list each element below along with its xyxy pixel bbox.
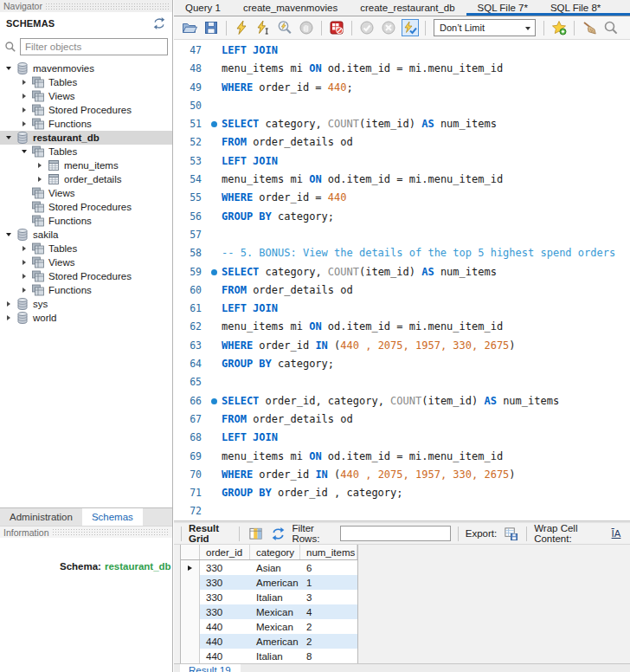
editor-tab-create-mavenmovies[interactable]: create_mavenmovies: [232, 0, 349, 16]
cell-category[interactable]: Italian: [250, 590, 300, 604]
cell-num-items[interactable]: 8: [300, 649, 357, 663]
code-line[interactable]: 60FROM order_details od: [174, 281, 630, 300]
code-line[interactable]: 61LEFT JOIN: [174, 300, 630, 318]
tree-item-functions[interactable]: Functions: [0, 117, 172, 131]
tree-item-stored-procedures[interactable]: Stored Procedures: [0, 103, 172, 117]
table-row[interactable]: 330Mexican4: [181, 604, 357, 619]
table-row[interactable]: 330Asian6: [181, 560, 357, 575]
cell-category[interactable]: American: [250, 575, 300, 590]
tree-item-order-details[interactable]: order_details: [0, 172, 172, 186]
refresh-results-icon[interactable]: [269, 525, 286, 542]
code-line[interactable]: 70WHERE order_id IN (440 , 2075, 1957, 3…: [174, 466, 630, 484]
expand-arrow[interactable]: [3, 315, 14, 320]
table-row[interactable]: 440Mexican2: [181, 619, 357, 634]
tree-item-functions[interactable]: Functions: [0, 283, 172, 297]
cell-num-items[interactable]: 1: [300, 575, 357, 590]
stop-icon[interactable]: [298, 19, 315, 36]
code-line[interactable]: 66SELECT order_id, category, COUNT(item_…: [174, 392, 630, 410]
tree-item-tables[interactable]: Tables: [0, 75, 172, 89]
result-grid-icon[interactable]: [247, 525, 264, 542]
sidebar-tab-administration[interactable]: Administration: [0, 508, 82, 526]
cell-num-items[interactable]: 3: [300, 590, 357, 604]
tree-item-stored-procedures[interactable]: Stored Procedures: [0, 269, 172, 283]
row-selector[interactable]: [181, 619, 200, 634]
cell-num-items[interactable]: 4: [300, 604, 357, 619]
cell-num-items[interactable]: 2: [300, 634, 357, 649]
code-line[interactable]: 65: [174, 373, 630, 391]
cell-category[interactable]: Italian: [250, 649, 300, 663]
code-line[interactable]: 63WHERE order_id IN (440 , 2075, 1957, 3…: [174, 337, 630, 355]
cell-num-items[interactable]: 6: [300, 560, 357, 575]
expand-arrow[interactable]: [19, 107, 29, 113]
tree-item-mavenmovies[interactable]: mavenmovies: [0, 61, 172, 75]
cell-order-id[interactable]: 330: [200, 575, 250, 590]
filter-rows-input[interactable]: [340, 526, 451, 541]
editor-tab-query-1[interactable]: Query 1: [174, 0, 232, 16]
save-snippet-icon[interactable]: [550, 19, 568, 36]
cell-category[interactable]: Mexican: [250, 604, 300, 619]
code-line[interactable]: 50: [174, 97, 630, 115]
tree-item-views[interactable]: Views: [0, 186, 172, 200]
code-line[interactable]: 64GROUP BY category;: [174, 355, 630, 373]
save-icon[interactable]: [202, 19, 220, 36]
code-line[interactable]: 71GROUP BY order_id , category;: [174, 484, 630, 502]
tree-item-world[interactable]: world: [0, 311, 172, 325]
editor-tab-sql-file-7[interactable]: SQL File 7*: [466, 0, 539, 16]
code-line[interactable]: 56GROUP BY category;: [174, 208, 630, 226]
editor-tab-create-restaurant-db[interactable]: create_restaurant_db: [349, 0, 466, 16]
tree-item-sakila[interactable]: sakila: [0, 228, 172, 242]
clear-output-icon[interactable]: [581, 19, 598, 36]
limit-dropdown[interactable]: Don’t Limit: [434, 19, 536, 36]
cell-order-id[interactable]: 330: [200, 604, 250, 619]
code-line[interactable]: 52FROM order_details od: [174, 133, 630, 152]
expand-arrow[interactable]: [19, 121, 29, 126]
result-tab[interactable]: Result 19: [180, 664, 241, 672]
column-header-category[interactable]: category: [250, 545, 300, 559]
cell-order-id[interactable]: 330: [200, 590, 250, 604]
commit-icon[interactable]: [358, 19, 376, 36]
code-line[interactable]: 48menu_items mi ON od.item_id = mi.menu_…: [174, 60, 630, 78]
table-row[interactable]: 440Italian8: [181, 649, 357, 663]
tree-item-menu-items[interactable]: menu_items: [0, 158, 172, 172]
row-selector[interactable]: [181, 634, 200, 649]
tree-item-views[interactable]: Views: [0, 89, 172, 103]
code-line[interactable]: 47LEFT JOIN: [174, 42, 630, 60]
expand-arrow[interactable]: [19, 260, 29, 265]
table-row[interactable]: 330Italian3: [181, 590, 357, 604]
table-row[interactable]: 330American1: [181, 575, 357, 590]
row-selector[interactable]: [181, 575, 200, 590]
search-icon[interactable]: [602, 19, 620, 36]
tree-item-tables[interactable]: Tables: [0, 145, 172, 158]
cell-num-items[interactable]: 2: [300, 619, 357, 634]
cell-category[interactable]: American: [250, 634, 300, 649]
code-line[interactable]: 62menu_items mi ON od.item_id = mi.menu_…: [174, 318, 630, 336]
code-line[interactable]: 59SELECT category, COUNT(item_id) AS num…: [174, 263, 630, 281]
tree-item-functions[interactable]: Functions: [0, 214, 172, 228]
execute-current-icon[interactable]: [254, 19, 272, 36]
code-line[interactable]: 67FROM order_details od: [174, 410, 630, 429]
expand-arrow[interactable]: [19, 274, 29, 279]
tree-item-sys[interactable]: sys: [0, 297, 172, 311]
expand-arrow[interactable]: [19, 288, 29, 293]
code-line[interactable]: 72: [174, 502, 630, 520]
editor-tab-sql-file-8[interactable]: SQL File 8*: [539, 0, 612, 16]
code-line[interactable]: 69menu_items mi ON od.item_id = mi.menu_…: [174, 448, 630, 466]
tree-item-views[interactable]: Views: [0, 255, 172, 269]
sql-code-editor[interactable]: 47LEFT JOIN48menu_items mi ON od.item_id…: [174, 40, 630, 520]
row-selector[interactable]: [181, 590, 200, 604]
cell-order-id[interactable]: 440: [200, 634, 250, 649]
column-header-num-items[interactable]: num_items: [300, 545, 357, 559]
code-line[interactable]: 51SELECT category, COUNT(item_id) AS num…: [174, 115, 630, 133]
cell-category[interactable]: Asian: [250, 560, 300, 575]
export-icon[interactable]: [502, 525, 519, 542]
expand-arrow[interactable]: [3, 301, 14, 307]
row-selector[interactable]: [181, 560, 200, 575]
expand-arrow[interactable]: [35, 177, 45, 182]
schemas-refresh-icon[interactable]: [152, 16, 166, 30]
cell-category[interactable]: Mexican: [250, 619, 300, 634]
wrap-cell-icon[interactable]: ĪA: [608, 525, 625, 542]
open-file-icon[interactable]: [181, 19, 198, 36]
tree-item-tables[interactable]: Tables: [0, 242, 172, 255]
expand-arrow[interactable]: [19, 246, 29, 251]
expand-arrow[interactable]: [19, 80, 29, 85]
